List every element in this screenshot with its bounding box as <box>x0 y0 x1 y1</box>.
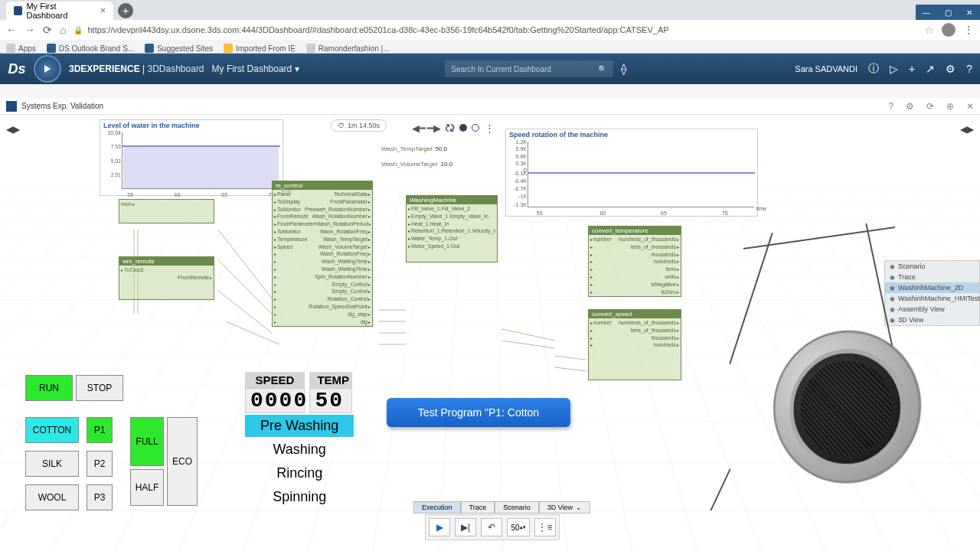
play-button[interactable]: ▶ <box>429 518 450 536</box>
block-control[interactable]: m_control PanelTechnicalDataToDisplayFro… <box>272 181 373 327</box>
step-fwd-icon[interactable]: ━▶ <box>429 122 439 133</box>
wool-button[interactable]: WOOL <box>25 484 79 510</box>
sync-icon[interactable]: 🗘 <box>444 122 455 133</box>
bookmark-item[interactable]: Apps <box>6 44 36 53</box>
address-bar: ← → ⟳ ⌂ 🔒 https://vdevpril443dsy.ux.dson… <box>0 20 980 40</box>
silk-button[interactable]: SILK <box>25 451 79 477</box>
home-icon[interactable]: ⌂ <box>60 24 66 36</box>
stop-button[interactable]: STOP <box>76 375 123 401</box>
washing-machine-3d[interactable] <box>674 230 949 513</box>
add-icon[interactable]: + <box>909 63 915 75</box>
widget-titlebar: Systems Exp. Validation ? ⚙ ⟳ ⊕ ✕ <box>0 98 980 115</box>
widget-close-icon[interactable]: ✕ <box>966 101 974 112</box>
browser-profile-icon[interactable] <box>942 23 956 37</box>
widget-expand-icon[interactable]: ⊕ <box>946 101 954 112</box>
record-hollow-icon[interactable] <box>472 124 479 132</box>
search-input[interactable]: Search In Current Dashboard 🔍 <box>445 60 613 77</box>
p1-button[interactable]: P1 <box>87 417 113 443</box>
widget-help-icon[interactable]: ? <box>888 101 893 112</box>
bookmark-item[interactable]: Suggested Sites <box>145 44 213 53</box>
minimize-button[interactable]: — <box>916 5 937 20</box>
chevron-down-icon: ⌄ <box>576 504 582 511</box>
tag-icon[interactable]: ⟠ <box>621 62 626 76</box>
param-wash-temp: Wash_TempTarget50.0 <box>381 145 447 152</box>
block-top-small[interactable]: mon <box>119 199 214 223</box>
widget-title: Systems Exp. Validation <box>21 102 103 110</box>
param-wash-volume: Wash_VolumeTarget10.0 <box>381 161 452 168</box>
clock-icon: ⏱ <box>338 122 345 129</box>
tab-execution[interactable]: Execution <box>413 501 461 514</box>
dashboard-name-dropdown[interactable]: My First Dashboard ▾ <box>212 64 300 74</box>
share-icon[interactable]: ↗ <box>926 63 935 75</box>
panel-collapse-right[interactable]: ◀▶ <box>960 124 974 135</box>
step-button[interactable]: ▶| <box>455 518 476 536</box>
block-wm-remote[interactable]: wm_remote ToCloc0 FromRemote <box>119 256 214 300</box>
widget-gear-icon[interactable]: ⚙ <box>906 101 914 112</box>
cotton-button[interactable]: COTTON <box>25 417 79 443</box>
tab-trace[interactable]: Trace <box>461 501 495 514</box>
block-convert-temperature[interactable]: convert_temperature numberhundreds_of_th… <box>588 226 681 297</box>
sim-time-display: ⏱ 1m 14.50s <box>331 119 387 132</box>
browser-chrome: My First Dashboard × + — ▢ ✕ ← → ⟳ ⌂ 🔒 h… <box>0 0 980 54</box>
half-button[interactable]: HALF <box>130 469 164 506</box>
lock-icon: 🔒 <box>74 26 83 34</box>
run-button[interactable]: RUN <box>25 375 73 401</box>
test-program-button[interactable]: Test Program "P1: Cotton <box>387 398 570 427</box>
p3-button[interactable]: P3 <box>87 484 113 510</box>
bookmark-icon <box>145 44 154 53</box>
app-header: Ds 3DEXPERIENCE | 3DDashboard My First D… <box>0 54 980 84</box>
widget-refresh-icon[interactable]: ⟳ <box>926 101 934 112</box>
chart-fill <box>123 146 279 188</box>
settings-icon[interactable]: ⚙ <box>946 63 956 75</box>
speed-label: SPEED <box>245 372 305 388</box>
phase-washing: Washing <box>245 439 354 461</box>
compass-icon[interactable] <box>34 55 61 83</box>
bookmark-item[interactable]: Imported From IE <box>224 44 296 53</box>
reload-icon[interactable]: ⟳ <box>43 24 52 36</box>
bookmark-item[interactable]: Ramonderfashion |... <box>306 44 390 53</box>
maximize-button[interactable]: ▢ <box>937 5 959 20</box>
p2-button[interactable]: P2 <box>87 451 113 477</box>
more-icon[interactable]: ⋮ <box>484 122 495 133</box>
new-tab-button[interactable]: + <box>118 3 133 18</box>
bookmark-item[interactable]: DS Outlook Brand S... <box>47 44 134 53</box>
sub-header <box>0 84 980 98</box>
widget-app-icon <box>6 101 17 112</box>
forward-icon[interactable]: → <box>24 24 35 36</box>
tree-icon[interactable]: ⋮≡ <box>534 518 556 536</box>
record-filled-icon[interactable] <box>459 124 467 132</box>
drum-mesh <box>799 359 893 458</box>
close-button[interactable]: ✕ <box>959 5 980 20</box>
back-icon[interactable]: ← <box>6 24 17 36</box>
block-washing-machine[interactable]: WashingMachine Fill_Valve_1.Fill_Valve_2… <box>406 195 498 262</box>
eco-button[interactable]: ECO <box>167 417 198 506</box>
simulation-canvas[interactable]: ◀▶ ◀▶ Level of water in the machine 10.0… <box>0 115 980 551</box>
url-text: https://vdevpril443dsy.ux.dsone.3ds.com:… <box>87 25 668 34</box>
chart-speed-rotation[interactable]: Speed rotation of the machine 1.2K 0.9K … <box>505 129 758 217</box>
step-back-icon[interactable]: ◀━ <box>413 122 424 133</box>
browser-tab[interactable]: My First Dashboard × <box>6 2 113 20</box>
url-input[interactable]: 🔒 https://vdevpril443dsy.ux.dsone.3ds.co… <box>74 25 917 34</box>
speed-value-input[interactable]: 50▴▾ <box>507 518 530 536</box>
browser-menu-icon[interactable]: ⋮ <box>963 24 974 36</box>
chart-water-level[interactable]: Level of water in the machine 10.04 7.53… <box>100 119 283 196</box>
tab-3dview[interactable]: 3D View⌄ <box>539 501 590 514</box>
drum-outer <box>771 325 922 489</box>
drum-inner <box>788 346 906 472</box>
browser-tab-bar: My First Dashboard × + — ▢ ✕ <box>0 0 980 20</box>
rewind-button[interactable]: ↶ <box>481 518 502 536</box>
user-icon[interactable]: ⓘ <box>868 62 879 76</box>
user-name[interactable]: Sara SADVANDI <box>795 64 858 73</box>
phase-pre-washing: Pre Washing <box>245 415 354 437</box>
help-icon[interactable]: ? <box>966 63 972 75</box>
sim-toolbar: ◀━ ━▶ 🗘 ⋮ <box>413 122 495 133</box>
tab-close-icon[interactable]: × <box>100 5 106 16</box>
module-label: 3DDashboard <box>148 64 204 74</box>
block-convert-speed[interactable]: convert_speed numberhundreds_of_thousand… <box>588 309 681 380</box>
tab-scenario[interactable]: Scenario <box>495 501 539 514</box>
panel-collapse-left[interactable]: ◀▶ <box>6 124 20 135</box>
ds-logo-icon[interactable]: Ds <box>8 60 26 78</box>
full-button[interactable]: FULL <box>130 417 164 466</box>
play-icon[interactable]: ▷ <box>890 63 898 75</box>
bookmark-star-icon[interactable]: ☆ <box>925 24 934 36</box>
